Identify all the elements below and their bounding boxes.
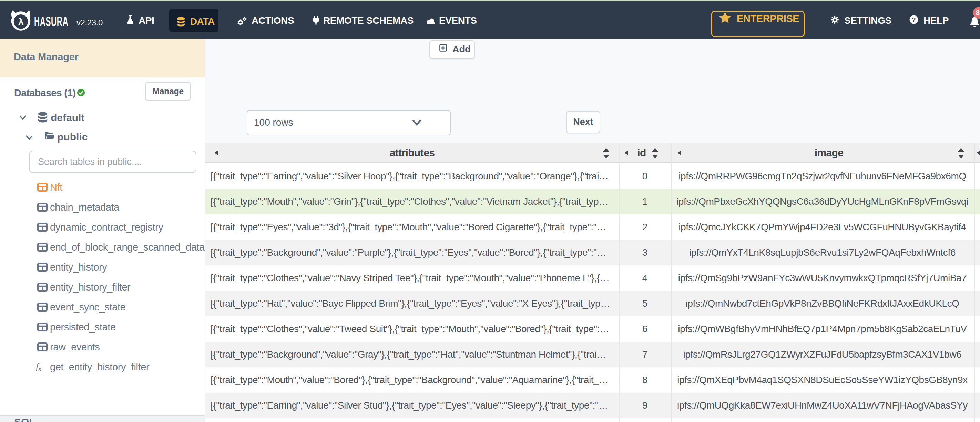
svg-text:λ: λ [18,16,24,27]
svg-text:?: ? [912,16,916,24]
